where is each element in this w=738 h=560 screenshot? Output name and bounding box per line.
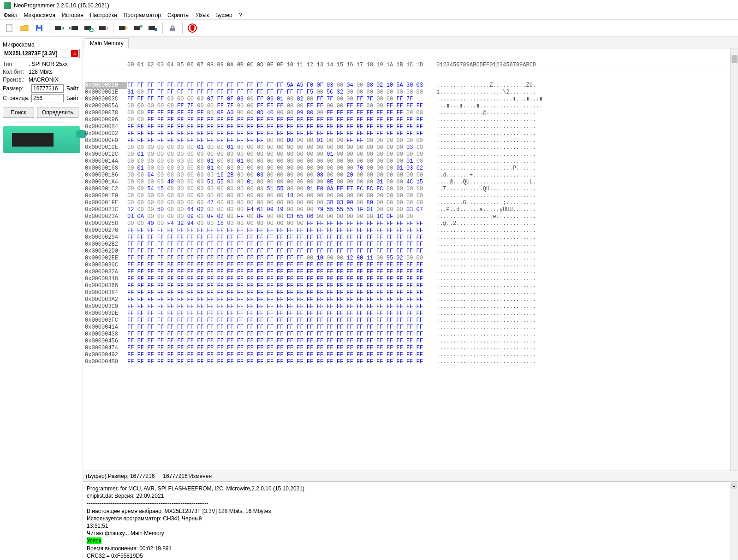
menu-chip[interactable]: Микросхема: [24, 12, 56, 18]
hex-bytes[interactable]: 00 00 00 00 00 00 00 00 47 00 00 00 00 0…: [127, 200, 426, 206]
hex-row[interactable]: 0x000003A2FF FF FF FF FF FF FF FF FF FF …: [85, 296, 736, 303]
chip-selector[interactable]: MX25L12873F [3.3V] A: [3, 49, 80, 58]
hex-bytes[interactable]: FF FF FF FF FF FF FF FF FF FF FF FF FF F…: [127, 338, 426, 345]
hex-bytes[interactable]: 00 00 FF FF FF FF FF FF 00 0F A0 00 00 0…: [127, 110, 426, 117]
chip-read-button[interactable]: [52, 22, 66, 35]
hex-bytes[interactable]: 00 00 FF FF FF FF FF FF FF FF FF FF FF F…: [127, 117, 426, 124]
size-input[interactable]: [31, 84, 64, 93]
hex-bytes[interactable]: FF FF FF FF FF FF FF FF FF FF FF FF FF F…: [127, 352, 426, 359]
hex-bytes[interactable]: FF FF FF FF FF FF FF FF FF FF FF FF FF F…: [127, 331, 426, 338]
chip-write-button[interactable]: [67, 22, 81, 35]
hex-bytes[interactable]: FF FF FF FF FF FF FF FF FF FF FF FF FF F…: [127, 227, 426, 234]
hex-row[interactable]: 0x000001E000 00 00 00 00 00 00 00 00 00 …: [85, 193, 736, 200]
hex-bytes[interactable]: 00 00 00 00 00 FF 7F 00 00 FF 7F 00 00 F…: [127, 103, 426, 110]
hex-row[interactable]: 0x00000438FF FF FF FF FF FF FF FF FF FF …: [85, 331, 736, 338]
chip-action2-button[interactable]: [146, 22, 160, 35]
hex-row[interactable]: 0x0000041AFF FF FF FF FF FF FF FF FF FF …: [85, 324, 736, 331]
hex-row[interactable]: 0x000002EEFF FF FF FF FF FF FF FF FF FF …: [85, 255, 736, 262]
hex-row[interactable]: 0x0000009600 00 FF FF FF FF FF FF FF FF …: [85, 117, 736, 124]
hex-bytes[interactable]: 00 00 54 15 00 00 00 00 00 00 00 00 00 0…: [127, 186, 426, 193]
hex-bytes[interactable]: FF FF FF FF FF FF FF FF FF FF FF FF FF F…: [127, 276, 426, 283]
menu-settings[interactable]: Настройки: [90, 12, 117, 18]
vertical-scrollbar[interactable]: [730, 48, 738, 471]
hex-bytes[interactable]: FF FF FF FF FF FF FF FF FF FF FF FF FF F…: [127, 324, 426, 331]
hex-bytes[interactable]: 00 00 00 00 40 00 00 00 51 55 00 00 01 0…: [127, 179, 426, 186]
log-scrollbar[interactable]: ▴: [730, 482, 738, 560]
hex-row[interactable]: 0x0000030CFF FF FF FF FF FF FF FF FF FF …: [85, 262, 736, 269]
hex-bytes[interactable]: 00 01 00 00 00 00 00 00 01 00 00 00 00 0…: [127, 165, 426, 172]
chip-erase-button[interactable]: ×: [96, 22, 110, 35]
hex-row[interactable]: 0x000004B0FF FF FF FF FF FF FF FF FF FF …: [85, 359, 736, 365]
hex-row[interactable]: 0x000001C200 00 54 15 00 00 00 00 00 00 …: [85, 186, 736, 193]
hex-bytes[interactable]: FF FF FF FF FF FF FF FF FF FF FF FF FF F…: [127, 82, 426, 89]
hex-row[interactable]: 0x000002D0FF FF FF FF FF FF FF FF FF FF …: [85, 248, 736, 255]
hex-row[interactable]: 0x0000025800 00 40 00 F4 32 94 00 00 18 …: [85, 220, 736, 227]
log-panel[interactable]: Programmer, for MCU, AVR, SPI FLASH/EEPR…: [83, 482, 738, 560]
lock-button[interactable]: [166, 22, 179, 35]
hex-row[interactable]: 0x00000276FF FF FF FF FF FF FF FF FF FF …: [85, 227, 736, 234]
hex-row[interactable]: 0x00000366FF FF FF FF FF FF FF FF FF FF …: [85, 283, 736, 289]
hex-bytes[interactable]: FF FF FF FF FF FF FF FF FF FF FF FF FF F…: [127, 310, 426, 317]
hex-row[interactable]: 0x00000348FF FF FF FF FF FF FF FF FF FF …: [85, 276, 736, 283]
menu-file[interactable]: Файл: [4, 12, 18, 18]
hex-row[interactable]: 0x0000018600 00 64 00 00 00 00 00 00 16 …: [85, 172, 736, 179]
hex-row[interactable]: 0x000001A400 00 00 00 40 00 00 00 51 55 …: [85, 179, 736, 186]
hex-bytes[interactable]: FF FF FF FF FF FF FF FF FF FF FF FF FF F…: [127, 317, 426, 324]
hex-row[interactable]: 0x00000456FF FF FF FF FF FF FF FF FF FF …: [85, 338, 736, 345]
menu-help[interactable]: ?: [239, 12, 242, 18]
hex-row[interactable]: 0x000001FE00 00 00 00 00 00 00 00 47 00 …: [85, 200, 736, 206]
hex-row[interactable]: 0x0000001E31 00 FF FF FF FF FF FF FF FF …: [85, 89, 736, 96]
open-file-button[interactable]: [18, 22, 31, 35]
hex-bytes[interactable]: FF FF FF FF FF FF FF FF FF FF FF FF FF F…: [127, 262, 426, 269]
hex-bytes[interactable]: 00 01 00 00 00 00 00 00 00 00 00 00 00 0…: [127, 151, 426, 158]
menu-programmer[interactable]: Программатор: [124, 12, 161, 18]
hex-row[interactable]: 0x0000023A01 0A 00 00 00 00 09 00 0F 02 …: [85, 213, 736, 220]
chip-verify-button[interactable]: [82, 22, 95, 35]
hex-row[interactable]: 0x0000010E00 00 00 00 00 00 00 01 00 00 …: [85, 144, 736, 151]
hex-bytes[interactable]: 31 00 FF FF FF FF FF FF FF FF FF FF FF F…: [127, 89, 426, 96]
menu-history[interactable]: История: [62, 12, 83, 18]
tab-main-memory[interactable]: Main Memory: [85, 38, 129, 48]
hex-bytes[interactable]: FF FF FF FF FF FF FF FF FF FF FF FF FF F…: [127, 124, 426, 130]
hex-bytes[interactable]: FF FF FF FF FF FF FF FF FF FF FF FF FF F…: [127, 359, 426, 365]
hex-row[interactable]: 0x0000003CFF FF FF FF 00 00 00 00 07 FF …: [85, 96, 736, 103]
scrollbar-thumb[interactable]: [732, 55, 738, 63]
hex-viewer[interactable]: 00 01 02 03 04 05 06 07 08 09 0A 0B 0C 0…: [83, 48, 738, 471]
hex-row[interactable]: 0x0000016800 01 00 00 00 00 00 00 01 00 …: [85, 165, 736, 172]
chip-action1-button[interactable]: [131, 22, 145, 35]
hex-bytes[interactable]: FF FF FF FF FF FF FF FF FF FF FF FF FF F…: [127, 130, 426, 137]
hex-bytes[interactable]: FF FF FF FF FF FF FF FF FF FF FF FF FF F…: [127, 303, 426, 310]
hex-bytes[interactable]: 12 00 00 50 00 00 64 02 00 00 00 00 F4 6…: [127, 206, 426, 213]
hex-row[interactable]: 0x000003C0FF FF FF FF FF FF FF FF FF FF …: [85, 303, 736, 310]
hex-row[interactable]: 0x0000007800 00 FF FF FF FF FF FF 00 0F …: [85, 110, 736, 117]
scroll-up-icon[interactable]: ▴: [731, 483, 737, 489]
menu-language[interactable]: Язык: [196, 12, 209, 18]
hex-row[interactable]: 0x00000492FF FF FF FF FF FF FF FF FF FF …: [85, 352, 736, 359]
hex-row[interactable]: 0x0000021C12 00 00 50 00 00 64 02 00 00 …: [85, 206, 736, 213]
hex-row[interactable]: 0x000003FCFF FF FF FF FF FF FF FF FF FF …: [85, 317, 736, 324]
hex-row[interactable]: 0x000003DEFF FF FF FF FF FF FF FF FF FF …: [85, 310, 736, 317]
hex-bytes[interactable]: FF FF FF FF FF FF FF FF FF FF FF FF FF F…: [127, 296, 426, 303]
hex-bytes[interactable]: FF FF FF FF FF FF FF FF FF FF FF FF FF F…: [127, 283, 426, 289]
hex-row[interactable]: 0x0000014A00 00 00 00 00 00 00 00 01 00 …: [85, 158, 736, 165]
hex-bytes[interactable]: 00 00 40 00 F4 32 94 00 00 18 00 00 00 0…: [127, 220, 426, 227]
hex-bytes[interactable]: FF FF FF FF FF FF FF FF FF FF FF FF FF F…: [127, 269, 426, 276]
hex-row[interactable]: 0x000000D2FF FF FF FF FF FF FF FF FF FF …: [85, 130, 736, 137]
menu-buffer[interactable]: Буфер: [215, 12, 232, 18]
hex-row[interactable]: 0x00000294FF FF FF FF FF FF FF FF FF FF …: [85, 234, 736, 241]
hex-bytes[interactable]: 00 00 00 00 00 00 00 01 00 00 01 00 00 0…: [127, 144, 426, 151]
hex-bytes[interactable]: FF FF FF FF FF FF FF FF FF FF FF FF FF F…: [127, 241, 426, 248]
hex-bytes[interactable]: FF FF FF FF FF FF FF FF FF FF FF FF FF F…: [127, 289, 426, 296]
new-file-button[interactable]: [3, 22, 17, 35]
hex-bytes[interactable]: 00 00 00 00 00 00 00 00 00 00 00 00 00 0…: [127, 193, 426, 200]
hex-bytes[interactable]: 01 0A 00 00 00 00 09 00 0F 02 00 FF 00 8…: [127, 213, 426, 220]
pdf-icon[interactable]: A: [71, 50, 78, 57]
hex-row[interactable]: 0x000000F0FF FF FF FF FF FF FF FF FF FF …: [85, 137, 736, 144]
stop-button[interactable]: [185, 22, 199, 35]
hex-bytes[interactable]: FF FF FF FF FF FF FF FF FF FF FF FF FF F…: [127, 234, 426, 241]
detect-button[interactable]: Определить: [37, 107, 78, 118]
chip-blank-button[interactable]: [116, 22, 130, 35]
hex-bytes[interactable]: FF FF FF FF FF FF FF FF FF FF FF FF FF F…: [127, 255, 426, 262]
hex-row[interactable]: 0x000000B4FF FF FF FF FF FF FF FF FF FF …: [85, 124, 736, 130]
hex-row[interactable]: 0x0000005A00 00 00 00 00 FF 7F 00 00 FF …: [85, 103, 736, 110]
